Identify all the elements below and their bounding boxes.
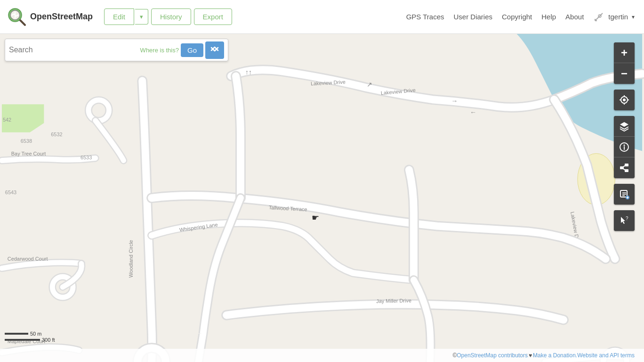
svg-text:Woodland Circle: Woodland Circle xyxy=(128,240,134,278)
svg-text:542: 542 xyxy=(3,117,11,123)
map-svg: Lakeview Drive Lakeview Drive Lakeview D… xyxy=(0,34,644,362)
svg-rect-53 xyxy=(620,166,624,169)
donation-link[interactable]: Make a Donation. xyxy=(533,352,577,359)
svg-text:6533: 6533 xyxy=(80,155,92,160)
right-nav: GPS Traces User Diaries Copyright Help A… xyxy=(406,11,644,23)
osm-contributors-link[interactable]: OpenStreetMap contributors xyxy=(457,352,528,359)
query-icon: ? xyxy=(619,215,629,226)
query-controls: ? xyxy=(614,210,635,231)
svg-text:6543: 6543 xyxy=(5,189,16,195)
locate-icon xyxy=(619,95,629,105)
user-icon xyxy=(593,11,604,23)
footer-copyright-text: © xyxy=(452,352,457,359)
svg-text:6538: 6538 xyxy=(21,138,32,144)
scale: 50 m 300 ft xyxy=(5,331,55,343)
layers-button[interactable] xyxy=(614,116,635,137)
nav-buttons: Edit ▾ History Export xyxy=(104,8,232,25)
svg-text:←: ← xyxy=(470,108,476,116)
svg-rect-51 xyxy=(625,164,628,166)
header: OpenStreetMap Edit ▾ History Export GPS … xyxy=(0,0,644,34)
scale-imperial-label: 300 ft xyxy=(42,337,55,343)
svg-text:?: ? xyxy=(626,216,628,221)
svg-text:→: → xyxy=(451,97,458,105)
gps-traces-link[interactable]: GPS Traces xyxy=(406,13,444,21)
directions-button[interactable] xyxy=(205,41,224,59)
edit-button[interactable]: Edit xyxy=(104,8,134,25)
add-note-button[interactable] xyxy=(614,184,635,205)
note-icon xyxy=(619,189,629,199)
query-button[interactable]: ? xyxy=(614,210,635,231)
svg-point-50 xyxy=(624,144,625,146)
zoom-controls: + − xyxy=(614,42,635,84)
svg-text:6532: 6532 xyxy=(51,132,62,137)
scale-metric: 50 m xyxy=(5,331,55,337)
go-button[interactable]: Go xyxy=(181,43,203,57)
about-link[interactable]: About xyxy=(565,13,584,21)
map-controls: + − xyxy=(614,42,635,231)
scale-line-imperial xyxy=(5,339,40,341)
locate-button[interactable] xyxy=(614,90,635,110)
edit-dropdown-button[interactable]: ▾ xyxy=(135,9,148,25)
user-area[interactable]: tgertin ▾ xyxy=(593,11,635,23)
svg-text:↑↑: ↑↑ xyxy=(245,68,252,76)
osm-logo-icon xyxy=(8,8,26,26)
footer: © OpenStreetMap contributors ♥ Make a Do… xyxy=(0,349,644,362)
where-is-this-link[interactable]: Where is this? xyxy=(140,47,179,54)
svg-text:Cedarwood Court: Cedarwood Court xyxy=(8,256,48,262)
zoom-out-button[interactable]: − xyxy=(614,63,635,84)
svg-text:Bay Tree Court: Bay Tree Court xyxy=(11,151,46,157)
search-input[interactable] xyxy=(9,46,138,54)
logo-text: OpenStreetMap xyxy=(30,12,93,22)
scale-imperial: 300 ft xyxy=(5,337,55,343)
footer-heart: ♥ xyxy=(529,352,532,359)
note-controls xyxy=(614,184,635,205)
info-button[interactable] xyxy=(614,137,635,157)
layer-controls xyxy=(614,116,635,178)
share-button[interactable] xyxy=(614,157,635,178)
history-button[interactable]: History xyxy=(151,8,191,25)
searchbar: Where is this? Go xyxy=(5,39,228,61)
svg-point-47 xyxy=(623,99,626,101)
logo-link[interactable]: OpenStreetMap xyxy=(0,8,100,26)
scale-metric-label: 50 m xyxy=(30,331,41,337)
directions-icon xyxy=(210,44,219,54)
copyright-link[interactable]: Copyright xyxy=(502,13,532,21)
info-icon xyxy=(619,142,629,152)
user-diaries-link[interactable]: User Diaries xyxy=(454,13,493,21)
map[interactable]: Lakeview Drive Lakeview Drive Lakeview D… xyxy=(0,34,644,362)
export-button[interactable]: Export xyxy=(194,8,232,25)
scale-bar: 50 m 300 ft xyxy=(5,331,55,343)
svg-line-2 xyxy=(20,20,25,25)
share-icon xyxy=(619,163,629,173)
locate-controls xyxy=(614,90,635,110)
svg-rect-54 xyxy=(620,190,627,197)
scale-line-metric xyxy=(5,333,28,335)
svg-rect-52 xyxy=(625,169,628,172)
help-link[interactable]: Help xyxy=(541,13,556,21)
layers-icon xyxy=(619,121,629,132)
svg-text:☛: ☛ xyxy=(312,213,319,222)
svg-text:Jay Miller Drive: Jay Miller Drive xyxy=(376,297,411,304)
user-dropdown-arrow: ▾ xyxy=(632,14,635,20)
zoom-in-button[interactable]: + xyxy=(614,42,635,63)
svg-text:↗: ↗ xyxy=(367,81,372,88)
username-label: tgertin xyxy=(608,13,628,21)
api-terms-link[interactable]: Website and API terms xyxy=(577,352,635,359)
